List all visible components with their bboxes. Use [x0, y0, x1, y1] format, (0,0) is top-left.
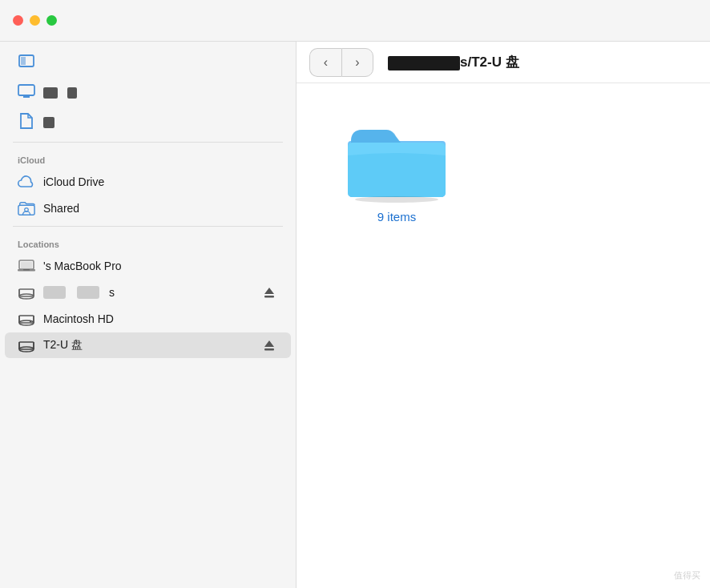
- shared-icon: [18, 199, 35, 217]
- svg-rect-26: [264, 348, 274, 351]
- maximize-button[interactable]: [46, 15, 57, 26]
- nav-forward-button[interactable]: ›: [341, 48, 373, 77]
- drive-redacted-icon: [18, 284, 35, 301]
- sidebar: iCloud iCloud Drive: [0, 42, 297, 588]
- macintosh-hd-label: Macintosh HD: [43, 312, 114, 325]
- main-area: iCloud iCloud Drive: [0, 42, 710, 588]
- svg-rect-9: [23, 269, 30, 271]
- watermark: 值得买: [674, 570, 700, 582]
- svg-rect-1: [21, 57, 26, 65]
- svg-rect-22: [19, 342, 34, 349]
- breadcrumb-title: s/T2-U 盘: [388, 53, 519, 71]
- traffic-lights: [13, 15, 57, 26]
- desktop-icon: [18, 83, 35, 103]
- titlebar: [0, 0, 710, 42]
- sidebar-item-documents[interactable]: [5, 108, 291, 137]
- main-toolbar: ‹ › s/T2-U 盘: [297, 42, 710, 83]
- shared-label: Shared: [43, 202, 79, 215]
- sidebar-item-shared[interactable]: Shared: [5, 195, 291, 221]
- t2u-label: T2-U 盘: [43, 338, 83, 352]
- sidebar-item-desktop[interactable]: [5, 79, 291, 107]
- drive-label-blob1: [43, 286, 66, 299]
- svg-marker-14: [264, 288, 274, 294]
- t2u-icon: [18, 336, 35, 354]
- svg-rect-15: [264, 296, 274, 298]
- svg-marker-25: [264, 340, 274, 347]
- title-suffix: s/T2-U 盘: [460, 54, 519, 70]
- documents-label-redacted: [43, 117, 54, 128]
- desktop-label-redacted2: [67, 87, 77, 99]
- macbook-label: 's MacBook Pro: [43, 260, 122, 272]
- sidebar-item-icloud-drive[interactable]: iCloud Drive: [5, 169, 291, 195]
- svg-point-27: [355, 196, 438, 203]
- svg-rect-4: [18, 205, 34, 215]
- sidebar-item-drive-redacted[interactable]: s: [5, 280, 291, 305]
- sidebar-item-t2u[interactable]: T2-U 盘: [5, 332, 291, 358]
- drive-label-blob2: [77, 286, 99, 299]
- sidebar-item-recents[interactable]: [5, 49, 291, 78]
- icloud-drive-icon: [18, 173, 35, 191]
- locations-section-header: Locations: [0, 232, 296, 252]
- main-content: 9 items 值得买: [297, 83, 710, 588]
- icloud-section-header: iCloud: [0, 147, 296, 168]
- main-panel: ‹ › s/T2-U 盘: [297, 42, 710, 588]
- t2u-eject-button[interactable]: [260, 336, 278, 354]
- close-button[interactable]: [13, 15, 23, 26]
- icloud-drive-label: iCloud Drive: [43, 175, 104, 188]
- svg-rect-17: [19, 316, 34, 323]
- folder-item-count: 9 items: [377, 210, 416, 224]
- sidebar-item-macintosh-hd[interactable]: Macintosh HD: [5, 306, 291, 332]
- title-redacted-block: [388, 56, 460, 70]
- drive-s-label: s: [109, 286, 115, 299]
- divider-icloud: [13, 142, 283, 143]
- documents-icon: [18, 112, 35, 133]
- folder-item[interactable]: 9 items: [345, 115, 449, 224]
- nav-back-button[interactable]: ‹: [309, 48, 341, 77]
- svg-rect-3: [23, 96, 30, 98]
- recents-icon: [18, 53, 35, 74]
- nav-group: ‹ ›: [309, 48, 373, 77]
- svg-point-20: [30, 320, 31, 322]
- minimize-button[interactable]: [30, 15, 40, 26]
- macbook-icon: [18, 257, 35, 275]
- folder-icon: [345, 115, 449, 203]
- divider-locations: [13, 226, 283, 227]
- svg-rect-11: [19, 289, 34, 296]
- sidebar-item-macbook[interactable]: 's MacBook Pro: [5, 253, 291, 279]
- macintosh-hd-icon: [18, 310, 35, 328]
- svg-rect-2: [18, 85, 34, 95]
- svg-rect-7: [21, 262, 32, 268]
- desktop-label-redacted: [43, 87, 58, 99]
- drive-eject-button[interactable]: [260, 284, 278, 301]
- sidebar-content: iCloud iCloud Drive: [0, 42, 296, 588]
